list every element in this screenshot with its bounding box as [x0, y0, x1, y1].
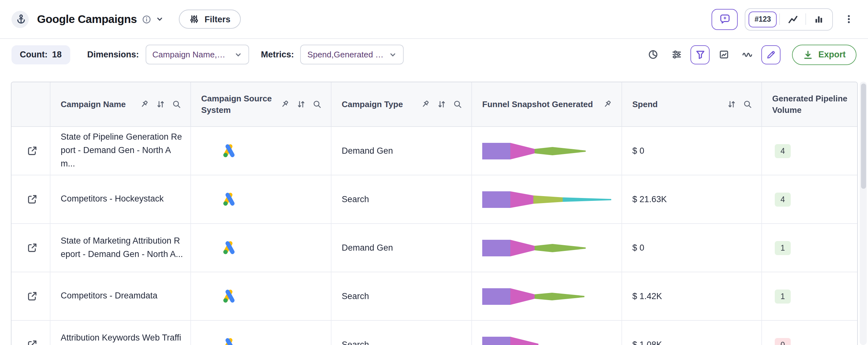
filters-button-label: Filters	[205, 14, 230, 24]
spend-cell: $ 1.08K	[622, 321, 762, 345]
pie-chart-icon	[647, 49, 658, 60]
header-cell-campaign-type[interactable]: Campaign Type	[332, 82, 472, 126]
table-row: State of Marketing Attribution Report - …	[11, 224, 857, 272]
funnel-snapshot-chart	[482, 141, 613, 161]
line-chart-view-toggle[interactable]	[782, 10, 803, 28]
top-bar-actions: #123	[712, 8, 857, 30]
table-toolbar: Count: 18 Dimensions: Campaign Name,Ca..…	[0, 39, 868, 70]
table-view-toggle[interactable]: #123	[749, 11, 777, 27]
pin-column-icon[interactable]	[602, 99, 613, 109]
divider	[779, 13, 780, 25]
campaign-name-cell: Competitors - Hockeystack	[51, 175, 191, 223]
pipeline-volume-badge: 1	[775, 241, 791, 255]
external-link-icon[interactable]	[22, 191, 39, 208]
filters-button[interactable]: Filters	[179, 9, 241, 29]
search-column-icon[interactable]	[312, 99, 322, 109]
top-bar: Google Campaigns Filters	[0, 0, 868, 39]
divider	[805, 13, 806, 25]
table-row: Competitors - Dreamdata Search $ 1.42K	[11, 272, 857, 321]
header-cell-generated-pipeline-volume[interactable]: Generated Pipeline Volume	[762, 82, 857, 126]
pin-column-icon[interactable]	[139, 99, 150, 109]
external-link-icon[interactable]	[22, 336, 39, 345]
header-cell-campaign-name[interactable]: Campaign Name	[51, 82, 191, 126]
header-cell-campaign-source-system[interactable]: Campaign Source System	[191, 82, 332, 126]
external-link-icon[interactable]	[22, 239, 39, 256]
line-chart-icon	[787, 14, 798, 25]
metrics-select[interactable]: Spend,Generated Pi...	[301, 45, 404, 64]
trend-line-button[interactable]	[738, 45, 757, 64]
more-menu-button[interactable]	[840, 9, 857, 29]
pin-column-icon[interactable]	[420, 99, 431, 109]
header-cell-funnel-snapshot[interactable]: Funnel Snapshot Generated	[472, 82, 622, 126]
campaign-name: Competitors - Hockeystack	[61, 193, 170, 206]
save-as-image-button[interactable]	[714, 45, 733, 64]
sort-column-icon[interactable]	[436, 99, 446, 109]
header-cell-spend[interactable]: Spend	[622, 82, 762, 126]
toolbar-actions: Export	[643, 44, 857, 65]
campaign-source-cell	[191, 127, 332, 175]
header-cell-actions	[11, 82, 51, 126]
table-row: State of Pipeline Generation Report - De…	[11, 127, 857, 175]
spend-value: $ 1.08K	[632, 340, 662, 345]
sort-column-icon[interactable]	[296, 99, 306, 109]
row-count-badge: Count: 18	[11, 45, 70, 64]
wave-line-icon	[742, 49, 753, 60]
pipeline-volume-cell: 4	[762, 127, 857, 175]
pencil-icon	[766, 49, 776, 60]
campaign-source-cell	[191, 321, 332, 345]
funnel-snapshot-chart	[482, 189, 613, 209]
info-icon[interactable]	[142, 14, 152, 24]
campaign-name: Competitors - Dreamdata	[61, 289, 164, 303]
pin-column-icon[interactable]	[280, 99, 290, 109]
google-ads-icon	[220, 191, 238, 208]
pipeline-volume-cell: 0	[762, 321, 857, 345]
scrollbar-thumb[interactable]	[861, 83, 866, 189]
table-body: State of Pipeline Generation Report - De…	[11, 127, 857, 345]
page-title: Google Campaigns	[37, 12, 137, 26]
ai-chat-button[interactable]	[712, 9, 738, 30]
search-column-icon[interactable]	[171, 99, 181, 109]
adjust-columns-button[interactable]	[667, 45, 686, 64]
funnel-snapshot-cell[interactable]	[472, 321, 622, 345]
edit-button[interactable]	[761, 45, 780, 64]
vertical-scrollbar[interactable]	[860, 82, 867, 345]
funnel-snapshot-chart	[482, 286, 613, 306]
external-link-icon[interactable]	[22, 288, 39, 305]
column-label: Campaign Source System	[201, 93, 273, 115]
pipeline-volume-cell: 1	[762, 272, 857, 320]
ai-chat-bubble-icon	[718, 13, 731, 26]
spend-cell: $ 1.42K	[622, 272, 762, 320]
title-chevron-down-icon[interactable]	[156, 15, 164, 23]
funnel-snapshot-cell[interactable]	[472, 175, 622, 223]
funnel-snapshot-cell[interactable]	[472, 127, 622, 175]
export-button[interactable]: Export	[792, 44, 857, 65]
funnel-snapshot-chart	[482, 238, 613, 258]
campaign-type: Demand Gen	[342, 243, 393, 252]
funnel-snapshot-cell[interactable]	[472, 272, 622, 320]
column-label: Spend	[632, 99, 657, 110]
search-column-icon[interactable]	[742, 99, 752, 109]
funnel-filter-icon	[695, 49, 706, 60]
campaign-type-cell: Search	[332, 272, 472, 320]
google-ads-icon	[220, 336, 238, 345]
app-logo-button[interactable]	[11, 10, 29, 28]
dimensions-select[interactable]: Campaign Name,Ca...	[145, 45, 249, 64]
funnel-snapshot-cell[interactable]	[472, 224, 622, 272]
campaign-type: Search	[342, 340, 369, 345]
table-row: Attribution Keywords Web Traffic... Sear…	[11, 321, 857, 345]
filter-button[interactable]	[690, 45, 710, 64]
search-column-icon[interactable]	[452, 99, 462, 109]
campaigns-table: Campaign Name	[11, 82, 858, 345]
bar-chart-view-toggle[interactable]	[809, 10, 829, 28]
google-ads-icon	[220, 239, 238, 256]
pie-chart-button[interactable]	[643, 45, 662, 64]
campaign-source-cell	[191, 175, 332, 223]
campaign-type-cell: Demand Gen	[332, 224, 472, 272]
count-value: 18	[52, 50, 62, 59]
sort-column-icon[interactable]	[155, 99, 165, 109]
sort-column-icon[interactable]	[726, 99, 737, 109]
external-link-icon[interactable]	[22, 142, 39, 159]
count-label: Count:	[20, 50, 48, 59]
spend-value: $ 0	[632, 243, 645, 252]
spend-cell: $ 21.63K	[622, 175, 762, 223]
